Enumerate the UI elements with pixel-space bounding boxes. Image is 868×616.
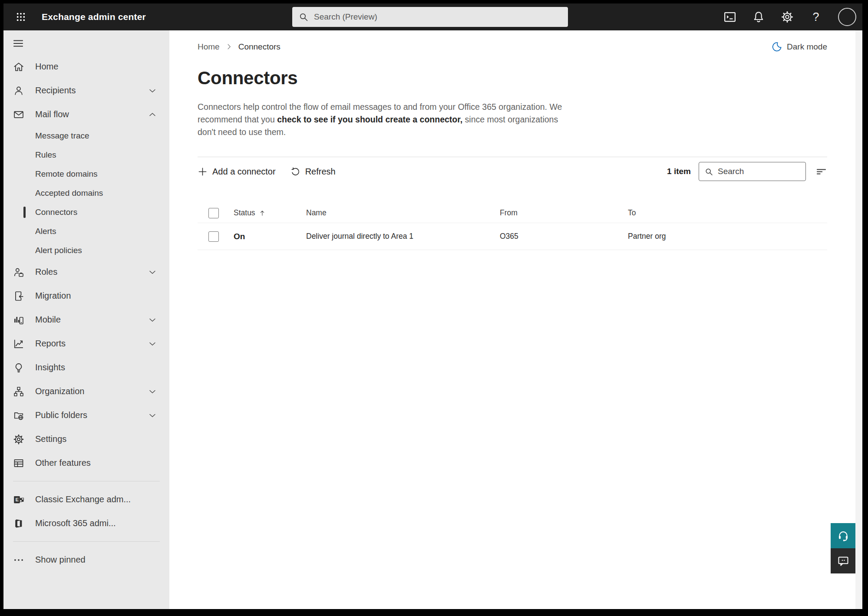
sidebar-item-label: Recipients: [35, 86, 76, 96]
column-header-status[interactable]: Status: [234, 208, 306, 217]
sidebar-item-alerts[interactable]: Alerts: [3, 222, 169, 241]
table-row[interactable]: OnDeliver journal directly to Area 1O365…: [198, 223, 827, 250]
sidebar-item-remote-domains[interactable]: Remote domains: [3, 165, 169, 184]
sidebar-item-label: Remote domains: [35, 169, 98, 179]
help-icon[interactable]: ?: [809, 10, 822, 23]
terminal-icon[interactable]: [723, 10, 736, 23]
sidebar-item-label: Migration: [35, 291, 71, 301]
arrow-up-icon: [259, 210, 266, 217]
sidebar-item-mobile[interactable]: Mobile: [3, 308, 169, 332]
sidebar-item-recipients[interactable]: Recipients: [3, 79, 169, 102]
chevron-down-icon: [148, 86, 157, 96]
column-header-label: Status: [234, 208, 255, 217]
list-search[interactable]: [699, 162, 806, 181]
reports-icon: [13, 338, 24, 349]
sidebar-item-organization[interactable]: Organization: [3, 379, 169, 403]
sidebar-item-label: Accepted domains: [35, 188, 103, 198]
body-row: HomeRecipientsMail flowMessage traceRule…: [3, 30, 862, 609]
sidebar-item-label: Reports: [35, 339, 66, 349]
sidebar-item-settings[interactable]: Settings: [3, 427, 169, 451]
sidebar-item-label: Message trace: [35, 131, 89, 141]
headset-icon: [837, 530, 849, 542]
sidebar-item-rules[interactable]: Rules: [3, 145, 169, 165]
sidebar-item-label: Microsoft 365 admi...: [35, 518, 116, 528]
chevron-down-icon: [148, 267, 157, 277]
gear-icon[interactable]: [781, 10, 794, 23]
select-all-checkbox[interactable]: [208, 208, 219, 218]
feedback-button[interactable]: [831, 548, 855, 573]
insights-icon: [13, 362, 24, 373]
global-search[interactable]: [292, 7, 568, 27]
table-body: OnDeliver journal directly to Area 1O365…: [198, 223, 827, 250]
roles-icon: [13, 267, 24, 278]
toolbar: Add a connector Refresh 1 item: [198, 157, 827, 186]
sidebar-item-other-features[interactable]: Other features: [3, 451, 169, 475]
column-header-from[interactable]: From: [500, 208, 628, 217]
sidebar-item-accepted-domains[interactable]: Accepted domains: [3, 184, 169, 203]
dark-mode-toggle[interactable]: Dark mode: [772, 41, 827, 52]
topbar-icons: ?: [723, 8, 856, 26]
sidebar-divider: [13, 481, 160, 481]
sidebar-item-insights[interactable]: Insights: [3, 356, 169, 379]
chevron-down-icon: [148, 411, 157, 420]
chevron-down-icon: [148, 387, 157, 396]
sidebar-item-classic-exchange-adm[interactable]: EClassic Exchange adm...: [3, 488, 169, 511]
public-folders-icon: [13, 410, 24, 421]
row-checkbox[interactable]: [208, 231, 219, 242]
breadcrumb-home[interactable]: Home: [198, 42, 220, 52]
migration-icon: [13, 290, 24, 302]
add-connector-button[interactable]: Add a connector: [198, 167, 276, 177]
sidebar-item-label: Settings: [35, 434, 66, 444]
other-features-icon: [13, 458, 24, 469]
sidebar-item-alert-policies[interactable]: Alert policies: [3, 241, 169, 260]
sidebar-item-label: Other features: [35, 458, 91, 468]
refresh-button[interactable]: Refresh: [290, 167, 336, 177]
add-connector-label: Add a connector: [212, 167, 276, 177]
sidebar-item-public-folders[interactable]: Public folders: [3, 403, 169, 427]
content: Home Connectors Dark mode Connectors Con…: [169, 41, 862, 250]
sidebar-item-label: Rules: [35, 150, 56, 160]
sidebar-item-migration[interactable]: Migration: [3, 284, 169, 308]
sidebar-item-label: Home: [35, 62, 58, 72]
scrollbar-track[interactable]: [855, 30, 862, 609]
sidebar-item-mail-flow[interactable]: Mail flow: [3, 102, 169, 126]
bell-icon[interactable]: [752, 10, 765, 23]
sidebar-nav: HomeRecipientsMail flowMessage traceRule…: [3, 55, 169, 572]
sidebar-item-connectors[interactable]: Connectors: [3, 203, 169, 222]
column-header-to[interactable]: To: [628, 208, 827, 217]
breadcrumb-current: Connectors: [238, 42, 281, 52]
page-description: Connectors help control the flow of emai…: [198, 101, 572, 138]
cell-status: On: [234, 232, 306, 241]
app-launcher-button[interactable]: [12, 8, 30, 26]
help-button[interactable]: [831, 523, 855, 548]
sidebar-item-show-pinned[interactable]: Show pinned: [3, 548, 169, 572]
home-icon: [13, 61, 24, 72]
refresh-icon: [290, 167, 300, 177]
avatar[interactable]: [838, 8, 856, 26]
cell-name[interactable]: Deliver journal directly to Area 1: [306, 232, 500, 241]
sidebar-item-message-trace[interactable]: Message trace: [3, 126, 169, 145]
sidebar: HomeRecipientsMail flowMessage traceRule…: [3, 30, 169, 609]
sidebar-collapse-button[interactable]: [3, 36, 169, 51]
sidebar-item-reports[interactable]: Reports: [3, 332, 169, 356]
global-search-input[interactable]: [314, 12, 562, 22]
chevron-down-icon: [148, 315, 157, 325]
refresh-label: Refresh: [305, 167, 336, 177]
create-connector-check-link[interactable]: check to see if you should create a conn…: [277, 115, 462, 124]
sidebar-item-home[interactable]: Home: [3, 55, 169, 79]
sidebar-item-microsoft-365-admi[interactable]: Microsoft 365 admi...: [3, 511, 169, 535]
sidebar-item-roles[interactable]: Roles: [3, 260, 169, 284]
hamburger-icon: [13, 38, 23, 49]
sidebar-item-label: Mail flow: [35, 109, 69, 119]
mail-icon: [13, 109, 24, 120]
toolbar-right: 1 item: [667, 162, 827, 181]
comment-icon: [837, 555, 849, 567]
sidebar-item-label: Organization: [35, 386, 84, 396]
list-search-input[interactable]: [718, 167, 800, 176]
sidebar-item-label: Alert policies: [35, 246, 82, 255]
plus-icon: [198, 167, 208, 177]
column-header-name[interactable]: Name: [306, 208, 500, 217]
dark-mode-label: Dark mode: [787, 42, 827, 52]
search-icon: [704, 167, 713, 176]
filter-icon[interactable]: [815, 166, 827, 178]
